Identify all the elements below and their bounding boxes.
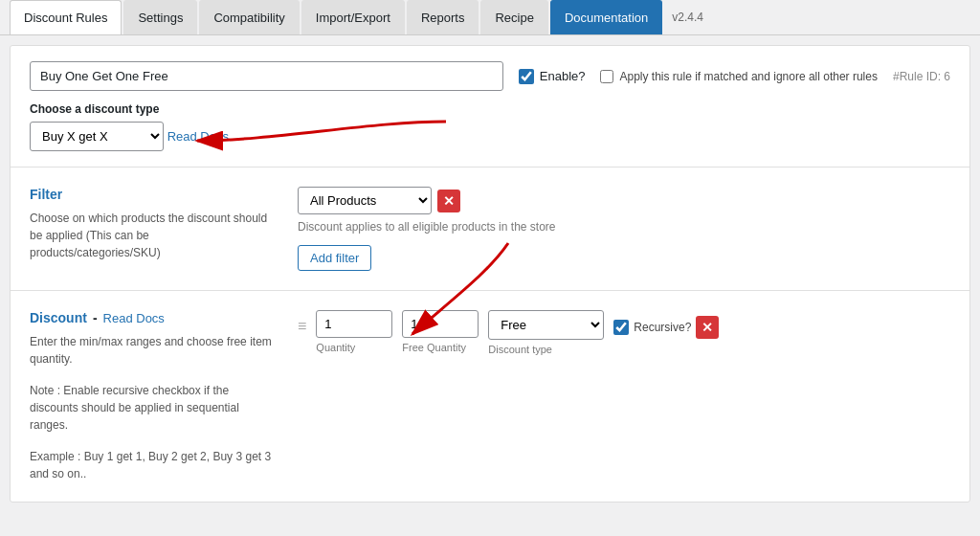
discount-example: Example : Buy 1 get 1, Buy 2 get 2, Buy … [30,448,278,482]
enable-checkbox[interactable] [519,69,534,84]
discount-type-select[interactable]: Buy X get X Percentage Fixed BOGO [30,122,164,151]
discount-left: Discount - Read Docs Enter the min/max r… [30,310,278,482]
discount-description: Enter the min/max ranges and choose free… [30,333,278,368]
quantity-label: Quantity [316,342,392,353]
free-quantity-field-group: Free Quantity [402,310,479,353]
filter-title: Filter [30,187,278,202]
product-filter-select[interactable]: All Products Specific Products Categorie… [298,187,432,214]
tab-compatibility[interactable]: Compatibility [199,0,299,34]
rule-id: #Rule ID: 6 [893,70,950,83]
nav-bar: Discount Rules Settings Compatibility Im… [0,0,980,35]
discount-title: Discount [30,310,87,325]
discount-note1: Note : Enable recursive checkbox if the … [30,382,278,434]
quantity-field-group: Quantity [316,310,392,353]
free-quantity-label: Free Quantity [402,342,479,353]
discount-section: Discount - Read Docs Enter the min/max r… [11,290,969,502]
tab-documentation[interactable]: Documentation [550,0,662,34]
add-filter-button[interactable]: Add filter [298,245,371,271]
filter-hint: Discount applies to all eligible product… [298,220,950,234]
drag-handle-icon[interactable]: ≡ [298,310,306,335]
discount-right: ≡ Quantity Free Quantity Free Percentage [298,310,950,482]
filter-section: Filter Choose on which products the disc… [11,167,969,290]
enable-group: Enable? [519,69,586,84]
read-docs-link[interactable]: Read Docs [167,129,229,144]
main-content: Enable? Apply this rule if matched and i… [10,45,970,502]
version-label: v2.4.4 [672,11,703,24]
filter-right: All Products Specific Products Categorie… [298,187,950,271]
discount-type-label: Choose a discount type [30,102,950,116]
discount-type-row: Choose a discount type Buy X get X Perce… [11,99,969,167]
recursive-label: Recursive? [634,321,691,334]
enable-label: Enable? [540,69,586,83]
discount-type-field-group: Free Percentage Fixed Discount type [488,310,604,355]
apply-group: Apply this rule if matched and ignore al… [600,70,877,83]
discount-read-docs-link[interactable]: Read Docs [103,311,165,325]
discount-title-row: Discount - Read Docs [30,310,278,325]
remove-discount-row-button[interactable]: ✕ [696,316,719,339]
apply-label: Apply this rule if matched and ignore al… [619,70,877,83]
tab-recipe[interactable]: Recipe [480,0,547,34]
discount-row: ≡ Quantity Free Quantity Free Percentage [298,310,950,355]
remove-filter-button[interactable]: ✕ [437,190,460,212]
apply-checkbox[interactable] [600,70,613,83]
recursive-group: Recursive? ✕ [613,310,719,339]
filter-desc: Choose on which products the discount sh… [30,210,278,261]
discount-type-field-label: Discount type [488,344,604,355]
rule-name-input[interactable] [30,61,503,91]
tab-reports[interactable]: Reports [407,0,479,34]
quantity-input[interactable] [316,310,392,338]
recursive-checkbox[interactable] [613,320,629,335]
tab-import-export[interactable]: Import/Export [301,0,405,34]
discount-dash: - [93,310,98,325]
filter-dropdown-row: All Products Specific Products Categorie… [298,187,950,214]
free-quantity-input[interactable] [402,310,479,338]
tab-discount-rules[interactable]: Discount Rules [10,0,122,34]
filter-left: Filter Choose on which products the disc… [30,187,278,271]
tab-settings[interactable]: Settings [123,0,197,34]
free-type-select[interactable]: Free Percentage Fixed [488,310,604,340]
discount-type-controls: Buy X get X Percentage Fixed BOGO Read D… [30,122,229,151]
rule-name-row: Enable? Apply this rule if matched and i… [11,46,969,99]
